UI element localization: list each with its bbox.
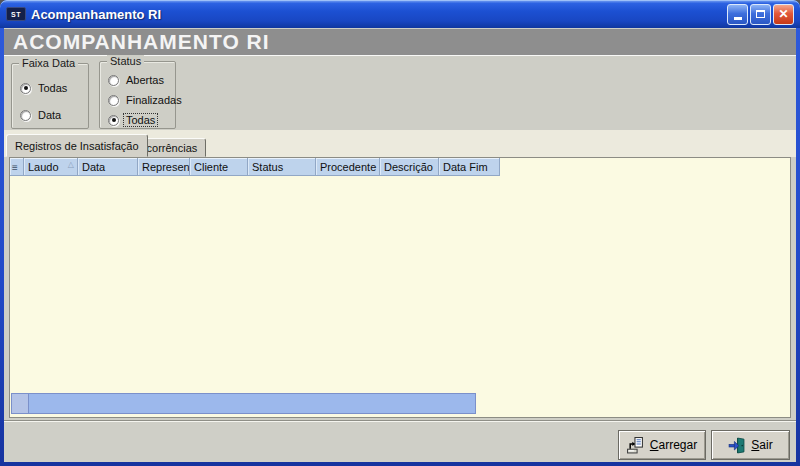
radio-circle-icon xyxy=(108,95,119,106)
button-label: Carregar xyxy=(650,438,697,452)
exit-door-icon xyxy=(728,437,745,454)
maximize-icon xyxy=(756,10,765,18)
close-icon: ✕ xyxy=(778,8,788,20)
sair-button[interactable]: Sair xyxy=(711,430,790,460)
carregar-button[interactable]: Carregar xyxy=(618,430,706,460)
grid-indicator-icon: ≡ xyxy=(12,162,18,173)
radio-faixa-todas[interactable]: Todas xyxy=(20,82,69,94)
column-header-descricao[interactable]: Descrição xyxy=(380,158,439,176)
groupbox-faixa-data-legend: Faixa Data xyxy=(19,57,78,69)
radio-status-finalizadas[interactable]: Finalizadas xyxy=(108,94,184,106)
title-bar: ST Acompanhamento RI ✕ xyxy=(0,0,800,28)
column-header-cliente[interactable]: Cliente xyxy=(190,158,248,176)
radio-label: Todas xyxy=(36,82,69,94)
page-title: ACOMPANHAMENTO RI xyxy=(4,29,796,56)
groupbox-status: Status Abertas Finalizadas Todas xyxy=(99,61,176,129)
column-header-laudo[interactable]: Laudo △ xyxy=(24,158,78,176)
radio-label: Data xyxy=(36,109,63,121)
radio-faixa-data[interactable]: Data xyxy=(20,109,63,121)
scrollbar-left-button[interactable] xyxy=(12,394,29,413)
grid-customize-button[interactable]: ≡ xyxy=(10,158,24,176)
button-label: Sair xyxy=(751,438,772,452)
radio-status-abertas[interactable]: Abertas xyxy=(108,74,166,86)
scrollbar-thumb[interactable] xyxy=(29,394,475,413)
groupbox-faixa-data: Faixa Data Todas Data xyxy=(11,63,89,129)
tab-registros-insatisfacao[interactable]: Registros de Insatisfação xyxy=(6,134,148,157)
grid-horizontal-scrollbar[interactable] xyxy=(11,393,476,414)
grid-header: ≡ Laudo △ Data Representar Cliente Statu… xyxy=(10,158,790,176)
tab-strip: Registros de Insatisfação Ocorrências xyxy=(4,130,796,157)
radio-circle-icon xyxy=(108,115,119,126)
radio-circle-icon xyxy=(20,110,31,121)
window-title: Acompanhamento RI xyxy=(31,7,161,22)
load-icon xyxy=(627,437,644,454)
minimize-button[interactable] xyxy=(727,4,748,25)
minimize-icon xyxy=(734,17,742,20)
app-window: ST Acompanhamento RI ✕ ACOMPANHAMENTO RI… xyxy=(0,0,800,466)
column-header-procedente[interactable]: Procedente xyxy=(316,158,380,176)
column-header-data-fim[interactable]: Data Fim xyxy=(439,158,500,176)
radio-circle-icon xyxy=(20,83,31,94)
column-header-representar[interactable]: Representar xyxy=(138,158,190,176)
groupbox-status-legend: Status xyxy=(107,55,144,67)
maximize-button[interactable] xyxy=(750,4,771,25)
radio-status-todas[interactable]: Todas xyxy=(108,114,157,126)
client-area: ACOMPANHAMENTO RI Faixa Data Todas Data … xyxy=(4,28,796,462)
app-icon: ST xyxy=(6,7,26,21)
sort-ascending-icon: △ xyxy=(68,161,74,169)
radio-label: Abertas xyxy=(124,74,166,86)
radio-label: Finalizadas xyxy=(124,94,184,106)
radio-circle-icon xyxy=(108,75,119,86)
button-panel: Carregar Sair xyxy=(4,420,796,462)
close-button[interactable]: ✕ xyxy=(773,4,794,25)
column-header-status[interactable]: Status xyxy=(248,158,316,176)
radio-label: Todas xyxy=(124,114,157,126)
data-grid: ≡ Laudo △ Data Representar Cliente Statu… xyxy=(9,157,791,418)
window-controls: ✕ xyxy=(727,4,794,25)
column-header-data[interactable]: Data xyxy=(78,158,138,176)
column-label: Laudo xyxy=(28,161,59,173)
